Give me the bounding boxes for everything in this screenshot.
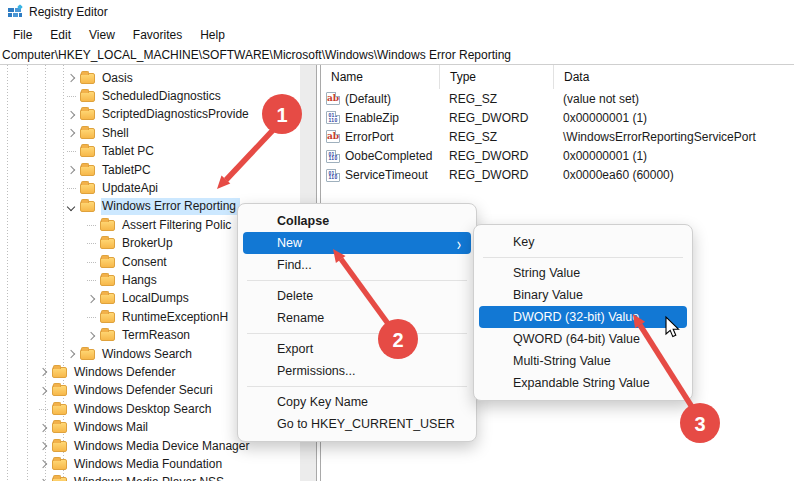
tree-item-label: RuntimeExceptionH <box>121 309 232 326</box>
value-row[interactable]: 011110 OobeCompleted REG_DWORD 0x0000000… <box>321 147 794 166</box>
expand-chevron-icon[interactable] <box>64 96 78 97</box>
expand-chevron-icon[interactable] <box>84 333 98 339</box>
value-row[interactable]: 011110 ServiceTimeout REG_DWORD 0x0000ea… <box>321 166 794 185</box>
expand-chevron-icon[interactable] <box>64 151 78 152</box>
menu-item[interactable]: Find... <box>243 254 471 276</box>
folder-icon <box>80 109 95 120</box>
value-type: REG_SZ <box>439 92 553 106</box>
folder-icon <box>52 422 67 433</box>
expand-chevron-icon[interactable] <box>36 388 50 394</box>
menu-item-label: Key <box>513 235 535 249</box>
value-data: (value not set) <box>553 92 794 106</box>
submenu-arrow-icon: › <box>457 234 461 252</box>
tree-item-label: Windows Desktop Search <box>73 401 215 418</box>
value-name: ServiceTimeout <box>345 168 428 182</box>
folder-icon <box>52 477 67 481</box>
tree-item[interactable]: Shell <box>0 124 300 142</box>
value-data: 0x00000001 (1) <box>553 149 794 163</box>
expand-chevron-icon[interactable] <box>84 225 98 226</box>
tree-item[interactable]: TabletPC <box>0 161 300 179</box>
expand-chevron-icon[interactable] <box>64 130 78 136</box>
folder-icon <box>52 441 67 452</box>
expand-chevron-icon[interactable] <box>36 409 50 410</box>
tree-item[interactable]: Oasis <box>0 69 300 87</box>
expand-chevron-icon[interactable] <box>64 112 78 118</box>
menu-item[interactable]: Expandable String Value <box>479 372 687 394</box>
menu-item[interactable]: String Value <box>479 262 687 284</box>
menu-bar-item[interactable]: Edit <box>41 26 80 44</box>
expand-chevron-icon[interactable] <box>84 262 98 263</box>
menu-item[interactable]: Rename <box>243 307 471 329</box>
folder-icon <box>100 257 115 268</box>
expand-chevron-icon[interactable] <box>36 425 50 431</box>
menu-item-label: Expandable String Value <box>513 376 650 390</box>
tree-item[interactable]: Windows Media Foundation <box>0 455 300 473</box>
tree-item-label: LocalDumps <box>121 290 193 307</box>
expand-chevron-icon[interactable] <box>64 204 78 210</box>
value-row[interactable]: ab ErrorPort REG_SZ \WindowsErrorReporti… <box>321 127 794 146</box>
expand-chevron-icon[interactable] <box>36 461 50 467</box>
tree-item[interactable]: Windows Media Player NSS <box>0 474 300 481</box>
folder-icon <box>100 312 115 323</box>
menu-item[interactable]: DWORD (32-bit) Value <box>479 306 687 328</box>
menu-item[interactable]: Key <box>479 231 687 253</box>
menu-item-label: Binary Value <box>513 288 583 302</box>
value-row[interactable]: ab (Default) REG_SZ (value not set) <box>321 89 794 108</box>
context-menu: Collapse New › Find... Delete Rename Exp… <box>237 203 477 442</box>
new-submenu: Key String Value Binary Value DWORD (32-… <box>473 224 693 401</box>
tree-item-label: Hangs <box>121 272 161 289</box>
tree-item[interactable]: Tablet PC <box>0 143 300 161</box>
expand-chevron-icon[interactable] <box>64 167 78 173</box>
expand-chevron-icon[interactable] <box>84 296 98 302</box>
expand-chevron-icon[interactable] <box>84 243 98 244</box>
tree-item-label: Windows Media Foundation <box>73 456 226 473</box>
tree-item-label: Shell <box>101 125 133 142</box>
menu-item[interactable]: Copy Key Name <box>243 391 471 413</box>
tree-item-label: BrokerUp <box>121 235 177 252</box>
expand-chevron-icon[interactable] <box>36 369 50 375</box>
expand-chevron-icon[interactable] <box>64 75 78 81</box>
menu-item[interactable]: Delete <box>243 285 471 307</box>
column-header[interactable]: Name <box>321 65 439 89</box>
column-header[interactable]: Type <box>439 65 553 89</box>
folder-icon <box>80 201 95 212</box>
address-bar[interactable]: Computer\HKEY_LOCAL_MACHINE\SOFTWARE\Mic… <box>0 46 794 65</box>
tree-item[interactable]: ScheduledDiagnostics <box>0 87 300 105</box>
menu-item[interactable]: Export <box>243 338 471 360</box>
folder-icon <box>80 349 95 360</box>
tree-item[interactable]: UpdateApi <box>0 179 300 197</box>
menu-item[interactable]: New › <box>243 232 471 254</box>
value-name: (Default) <box>345 92 391 106</box>
menu-item[interactable]: QWORD (64-bit) Value <box>479 328 687 350</box>
menu-item[interactable]: Go to HKEY_CURRENT_USER <box>243 413 471 435</box>
value-data: 0x0000ea60 (60000) <box>553 168 794 182</box>
menu-item[interactable]: Permissions... <box>243 360 471 382</box>
expand-chevron-icon[interactable] <box>84 317 98 318</box>
menu-bar-item[interactable]: Favorites <box>124 26 191 44</box>
folder-icon <box>52 367 67 378</box>
menu-item[interactable]: Binary Value <box>479 284 687 306</box>
tree-item-label: Windows Media Player NSS <box>73 474 228 481</box>
value-type: REG_DWORD <box>439 168 553 182</box>
folder-icon <box>80 73 95 84</box>
expand-chevron-icon[interactable] <box>36 443 50 449</box>
value-type-icon: 011110 <box>326 150 340 163</box>
menu-item[interactable]: Collapse <box>243 210 471 232</box>
folder-icon <box>100 293 115 304</box>
menu-bar-item[interactable]: Help <box>191 26 234 44</box>
window-title: Registry Editor <box>29 5 108 19</box>
menu-item-label: Multi-String Value <box>513 354 611 368</box>
menu-bar-item[interactable]: File <box>4 26 41 44</box>
expand-chevron-icon[interactable] <box>84 280 98 281</box>
folder-icon <box>80 165 95 176</box>
value-row[interactable]: 011110 EnableZip REG_DWORD 0x00000001 (1… <box>321 108 794 127</box>
column-header[interactable]: Data <box>553 65 794 89</box>
expand-chevron-icon[interactable] <box>64 351 78 357</box>
tree-item-label: Windows Media Device Manager <box>73 438 253 455</box>
tree-item-label: Windows Defender <box>73 364 179 381</box>
tree-item[interactable]: ScriptedDiagnosticsProvide <box>0 106 300 124</box>
menu-bar-item[interactable]: View <box>80 26 124 44</box>
menu-item[interactable]: Multi-String Value <box>479 350 687 372</box>
expand-chevron-icon[interactable] <box>64 188 78 189</box>
menu-item-label: Export <box>277 342 313 356</box>
